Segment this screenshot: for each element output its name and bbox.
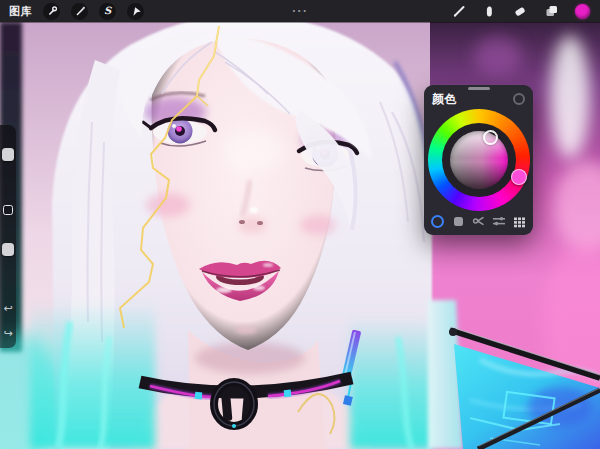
adjustments-button[interactable] [71, 3, 88, 20]
tab-classic[interactable] [451, 214, 466, 229]
disc-cursor[interactable] [483, 130, 498, 145]
disc-tab-icon [431, 215, 444, 228]
color-panel: 颜色 [424, 85, 533, 235]
tab-disc[interactable] [430, 214, 445, 229]
palettes-tab-icon [513, 215, 526, 228]
harmony-tab-icon [472, 214, 486, 228]
layers-button[interactable] [544, 4, 558, 18]
tab-harmony[interactable] [471, 214, 486, 229]
undo-button[interactable]: ↩ [0, 301, 16, 317]
brush-size-slider[interactable] [2, 148, 14, 161]
modify-button[interactable] [3, 205, 13, 215]
redo-icon: ↪ [3, 327, 12, 340]
saturation-disc[interactable] [450, 131, 508, 189]
opacity-slider[interactable] [2, 243, 14, 256]
eraser-icon [513, 4, 527, 18]
undo-icon: ↩ [3, 302, 12, 315]
smudge-icon [483, 5, 496, 18]
selection-s-icon: S [104, 6, 111, 16]
selection-button[interactable]: S [99, 3, 116, 20]
tab-value[interactable] [492, 214, 507, 229]
wand-icon [74, 5, 86, 17]
panel-history-icon[interactable] [513, 93, 525, 105]
tab-palettes[interactable] [512, 214, 527, 229]
brush-sidebar: ↩ ↪ [0, 125, 16, 348]
brush-button[interactable] [452, 4, 466, 18]
top-toolbar: 图库 S ··· [0, 0, 600, 22]
procreate-app: 图库 S ··· [0, 0, 600, 449]
panel-drag-handle[interactable] [468, 87, 490, 90]
brush-icon [452, 4, 466, 18]
color-panel-title: 颜色 [432, 91, 457, 108]
transform-button[interactable] [127, 3, 144, 20]
transform-arrow-icon [130, 5, 142, 17]
layers-icon [544, 4, 558, 18]
active-color-swatch[interactable] [575, 4, 590, 19]
redo-button[interactable]: ↪ [0, 326, 16, 342]
actions-button[interactable] [43, 3, 60, 20]
color-wheel[interactable] [428, 109, 530, 211]
hue-cursor[interactable] [511, 169, 527, 185]
color-mode-tabs [430, 212, 527, 230]
classic-tab-icon [454, 217, 463, 226]
gallery-button[interactable]: 图库 [9, 4, 32, 19]
eraser-button[interactable] [513, 4, 527, 18]
wrench-icon [46, 5, 58, 17]
value-tab-icon [492, 214, 506, 228]
canvas-options-button[interactable]: ··· [292, 6, 308, 17]
smudge-button[interactable] [483, 5, 496, 18]
